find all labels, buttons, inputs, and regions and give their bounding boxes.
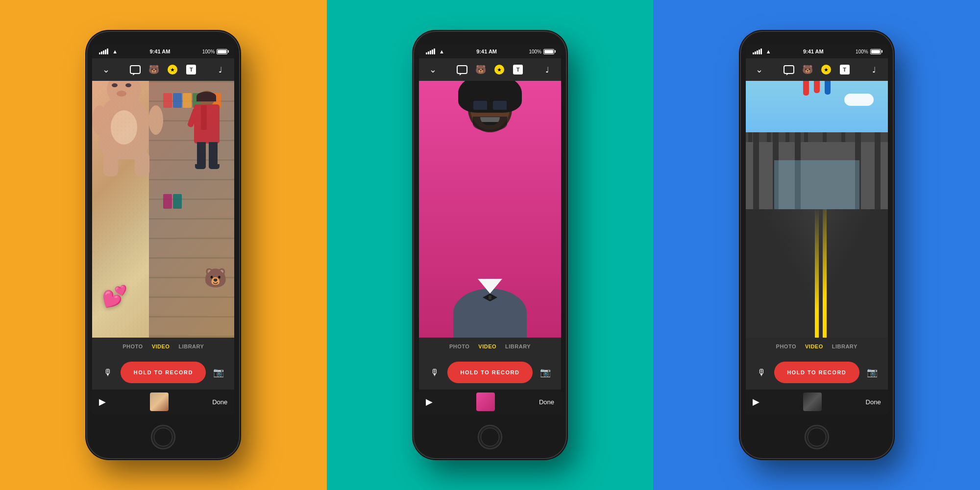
camera-flip-button-2[interactable]: 📷 (539, 366, 552, 379)
panel-1: ▲ 9:41 AM 100% (0, 0, 327, 490)
bear-emoji-3: 🐻 (802, 64, 813, 75)
thumbnail-1[interactable] (150, 392, 169, 411)
record-button-2[interactable]: HOLD TO RECORD (447, 362, 533, 383)
battery-fill-3 (871, 50, 880, 53)
chat-icon-2[interactable] (455, 63, 469, 76)
bar1 (99, 52, 100, 54)
status-bar-2: ▲ 9:41 AM 100% (419, 45, 561, 58)
chevron-down-icon[interactable] (99, 63, 113, 76)
text-icon-3[interactable]: T (838, 63, 852, 76)
battery-fill-2 (544, 50, 553, 53)
bar4 (105, 49, 106, 54)
home-button-2[interactable] (478, 425, 502, 449)
bar3-2 (430, 50, 431, 54)
thumbnail-2[interactable] (476, 392, 495, 411)
bear-sticker-icon-2[interactable]: 🐻 (474, 63, 488, 76)
home-button-1[interactable] (151, 425, 175, 449)
mode-library-1[interactable]: LIBRARY (178, 343, 204, 349)
text-box: T (186, 65, 196, 74)
home-button-inner-1 (154, 428, 172, 446)
bar2-2 (428, 51, 429, 54)
toolbar-center-icons-2: 🐻 ★ T (455, 63, 525, 76)
record-label-3: HOLD TO RECORD (787, 369, 846, 375)
battery-area-3: 100% (856, 49, 881, 54)
done-button-1[interactable]: Done (212, 398, 227, 406)
bear-sticker-icon-3[interactable]: 🐻 (801, 63, 814, 76)
mode-photo-3[interactable]: PHOTO (776, 343, 796, 349)
glass-l (472, 99, 489, 111)
signal-bars-3 (753, 49, 762, 54)
camera-flip-button-1[interactable]: 📷 (212, 366, 225, 379)
mode-video-2[interactable]: VIDEO (478, 343, 496, 349)
bar5-2 (434, 49, 435, 54)
toolbar-left-3 (753, 63, 766, 76)
record-button-1[interactable]: HOLD TO RECORD (121, 362, 206, 383)
done-button-2[interactable]: Done (539, 398, 554, 406)
record-button-3[interactable]: HOLD TO RECORD (774, 362, 859, 383)
play-button-1[interactable]: ▶ (99, 396, 106, 407)
bear-sticker-icon[interactable]: 🐻 (147, 63, 161, 76)
thumbnail-3[interactable] (803, 392, 822, 411)
chevron-down-icon-2[interactable] (426, 63, 440, 76)
text-icon-2[interactable]: T (511, 63, 525, 76)
bear-emoji: 🐻 (148, 64, 159, 75)
text-box-3: T (840, 65, 850, 74)
star-circle: ★ (168, 65, 177, 74)
mode-video-3[interactable]: VIDEO (805, 343, 823, 349)
battery-area-2: 100% (529, 49, 554, 54)
viewfinder-2 (419, 81, 561, 338)
music-icon-2[interactable]: ♩ (540, 63, 554, 76)
bowtie (483, 294, 497, 301)
toolbar-2: 🐻 ★ T ♩ (419, 58, 561, 81)
music-icon[interactable]: ♩ (214, 63, 227, 76)
panel-3: ▲ 9:41 AM 100% (653, 0, 980, 490)
signal-area-2: ▲ (426, 49, 444, 54)
thumb-fill-2 (476, 392, 495, 411)
toolbar-1: 🐻 ★ T ♩ (92, 58, 234, 81)
mode-photo-1[interactable]: PHOTO (122, 343, 143, 349)
star-icon-3[interactable]: ★ (819, 63, 833, 76)
camera-flip-button-3[interactable]: 📷 (865, 366, 879, 379)
phone-1: ▲ 9:41 AM 100% (87, 32, 239, 458)
battery-fill (218, 50, 226, 53)
chevron-down-icon-3[interactable] (753, 63, 766, 76)
mode-library-2[interactable]: LIBRARY (505, 343, 531, 349)
phone-1-screen: ▲ 9:41 AM 100% (92, 45, 234, 414)
done-button-3[interactable]: Done (866, 398, 881, 406)
person-shoulders (453, 289, 527, 338)
toolbar-left-2 (426, 63, 440, 76)
mode-video-1[interactable]: VIDEO (152, 343, 170, 349)
music-icon-3[interactable]: ♩ (867, 63, 881, 76)
chat-icon[interactable] (128, 63, 142, 76)
bar2 (101, 51, 102, 54)
play-button-2[interactable]: ▶ (426, 396, 433, 407)
mic-button-3[interactable]: 🎙 (755, 366, 768, 379)
bottom-strip-3: ▶ Done (746, 390, 888, 414)
signal-bars (99, 49, 108, 54)
mic-button-2[interactable]: 🎙 (428, 366, 441, 379)
mic-button-1[interactable]: 🎙 (101, 366, 115, 379)
road-surface (746, 209, 888, 338)
wifi-icon: ▲ (112, 49, 118, 54)
chat-bubble-3 (784, 65, 794, 74)
home-button-3[interactable] (805, 425, 829, 449)
star-circle-2: ★ (494, 65, 504, 74)
toolbar-left (99, 63, 113, 76)
record-row-2: 🎙 HOLD TO RECORD 📷 (419, 355, 561, 390)
mode-bar-3: PHOTO VIDEO LIBRARY (746, 338, 888, 355)
chat-icon-3[interactable] (782, 63, 796, 76)
scene-road (746, 81, 888, 338)
play-button-3[interactable]: ▶ (753, 396, 760, 407)
persp-r (817, 209, 888, 338)
star-icon-2[interactable]: ★ (492, 63, 506, 76)
star-icon[interactable]: ★ (166, 63, 179, 76)
text-icon[interactable]: T (184, 63, 198, 76)
leg-blue-1 (825, 81, 831, 95)
bar3-3 (757, 50, 758, 54)
mode-library-3[interactable]: LIBRARY (832, 343, 858, 349)
girder-5 (823, 132, 827, 142)
mode-photo-2[interactable]: PHOTO (449, 343, 469, 349)
toolbar-right-3: ♩ (867, 63, 881, 76)
bear-emoji-overlay: 🐻 (204, 267, 227, 289)
beard (473, 117, 507, 131)
